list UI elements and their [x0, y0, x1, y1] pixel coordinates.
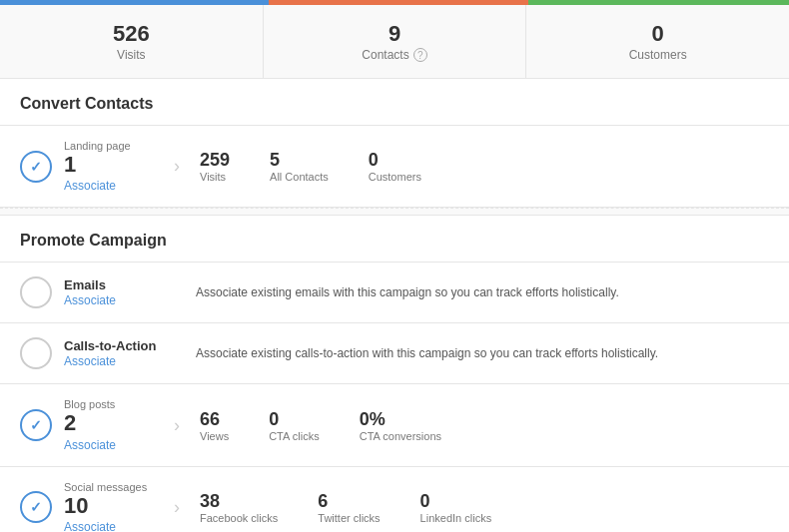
convert-contacts-section: Convert Contacts — [0, 79, 789, 113]
landing-page-chevron: › — [174, 156, 180, 177]
blog-views-number: 66 — [200, 409, 229, 430]
blog-cta-conversions-label: CTA conversions — [360, 430, 441, 442]
customers-label: Customers — [629, 48, 687, 62]
landing-page-check-icon: ✓ — [20, 151, 52, 183]
lp-contacts-number: 5 — [270, 150, 329, 171]
landing-page-contacts-stat: 5 All Contacts — [270, 150, 329, 183]
cta-associate-link[interactable]: Associate — [64, 354, 116, 368]
blog-cta-conversions-number: 0% — [360, 409, 441, 430]
linkedin-clicks-stat: 0 LinkedIn clicks — [420, 491, 492, 524]
social-messages-type: Social messages — [64, 481, 154, 493]
contacts-label: Contacts ? — [362, 48, 426, 62]
contacts-help-icon[interactable]: ? — [413, 48, 427, 62]
lp-customers-label: Customers — [369, 171, 421, 183]
cta-circle-icon — [20, 337, 52, 369]
emails-description: Associate existing emails with this camp… — [196, 285, 769, 299]
contacts-number: 9 — [274, 21, 516, 47]
blog-cta-conversions-stat: 0% CTA conversions — [360, 409, 441, 442]
blog-cta-clicks-label: CTA clicks — [269, 430, 320, 442]
cta-row: Calls-to-Action Associate Associate exis… — [0, 323, 789, 384]
blog-posts-type: Blog posts — [64, 398, 154, 410]
landing-page-visits-stat: 259 Visits — [200, 150, 230, 183]
blog-posts-chevron: › — [174, 415, 180, 436]
emails-info: Emails Associate — [64, 277, 184, 307]
landing-page-count: 1 — [64, 152, 154, 178]
social-messages-stats: 38 Facebook clicks 6 Twitter clicks 0 Li… — [200, 491, 769, 524]
stat-visits: 526 Visits — [0, 5, 264, 78]
blog-posts-associate-link[interactable]: Associate — [64, 438, 116, 452]
lp-customers-number: 0 — [369, 150, 421, 171]
cta-title: Calls-to-Action — [64, 338, 184, 353]
linkedin-clicks-label: LinkedIn clicks — [420, 512, 492, 524]
header-stats: 526 Visits 9 Contacts ? 0 Customers — [0, 5, 789, 79]
landing-page-row: ✓ Landing page 1 Associate › 259 Visits … — [0, 126, 789, 208]
lp-visits-number: 259 — [200, 150, 230, 171]
twitter-clicks-label: Twitter clicks — [318, 512, 380, 524]
landing-page-customers-stat: 0 Customers — [369, 150, 421, 183]
emails-row: Emails Associate Associate existing emai… — [0, 263, 789, 323]
cta-info: Calls-to-Action Associate — [64, 338, 184, 368]
lp-visits-label: Visits — [200, 171, 230, 183]
check-mark: ✓ — [30, 159, 42, 175]
landing-page-stats: 259 Visits 5 All Contacts 0 Customers — [200, 150, 769, 183]
blog-posts-count: 2 — [64, 410, 154, 436]
visits-number: 526 — [10, 21, 253, 47]
emails-title: Emails — [64, 277, 184, 292]
social-messages-associate-link[interactable]: Associate — [64, 520, 116, 532]
emails-circle-icon — [20, 276, 52, 308]
blog-posts-row: ✓ Blog posts 2 Associate › 66 Views 0 CT… — [0, 384, 789, 466]
social-messages-row: ✓ Social messages 10 Associate › 38 Face… — [0, 467, 789, 532]
landing-page-info: Landing page 1 Associate — [64, 140, 154, 193]
twitter-clicks-stat: 6 Twitter clicks — [318, 491, 380, 524]
social-messages-count: 10 — [64, 493, 154, 519]
stat-contacts: 9 Contacts ? — [264, 5, 527, 78]
blog-posts-stats: 66 Views 0 CTA clicks 0% CTA conversions — [200, 409, 769, 442]
blog-cta-clicks-stat: 0 CTA clicks — [269, 409, 320, 442]
social-messages-chevron: › — [174, 497, 180, 518]
social-checkmark: ✓ — [30, 499, 42, 515]
section-wave-divider — [0, 208, 789, 216]
emails-associate-link[interactable]: Associate — [64, 293, 116, 307]
blog-posts-info: Blog posts 2 Associate — [64, 398, 154, 451]
customers-number: 0 — [536, 21, 779, 47]
linkedin-clicks-number: 0 — [420, 491, 492, 512]
landing-page-type: Landing page — [64, 140, 154, 152]
blog-checkmark: ✓ — [30, 417, 42, 433]
blog-cta-clicks-number: 0 — [269, 409, 320, 430]
promote-campaign-title: Promote Campaign — [20, 232, 769, 250]
blog-views-label: Views — [200, 430, 229, 442]
landing-page-associate-link[interactable]: Associate — [64, 179, 116, 193]
promote-campaign-section: Promote Campaign — [0, 216, 789, 250]
cta-description: Associate existing calls-to-action with … — [196, 346, 769, 360]
facebook-clicks-number: 38 — [200, 491, 278, 512]
blog-posts-check-icon: ✓ — [20, 409, 52, 441]
lp-contacts-label: All Contacts — [270, 171, 329, 183]
social-messages-check-icon: ✓ — [20, 491, 52, 523]
stat-customers: 0 Customers — [526, 5, 789, 78]
blog-views-stat: 66 Views — [200, 409, 229, 442]
twitter-clicks-number: 6 — [318, 491, 380, 512]
convert-contacts-title: Convert Contacts — [20, 95, 769, 113]
visits-label: Visits — [117, 48, 145, 62]
facebook-clicks-stat: 38 Facebook clicks — [200, 491, 278, 524]
facebook-clicks-label: Facebook clicks — [200, 512, 278, 524]
social-messages-info: Social messages 10 Associate — [64, 481, 154, 532]
